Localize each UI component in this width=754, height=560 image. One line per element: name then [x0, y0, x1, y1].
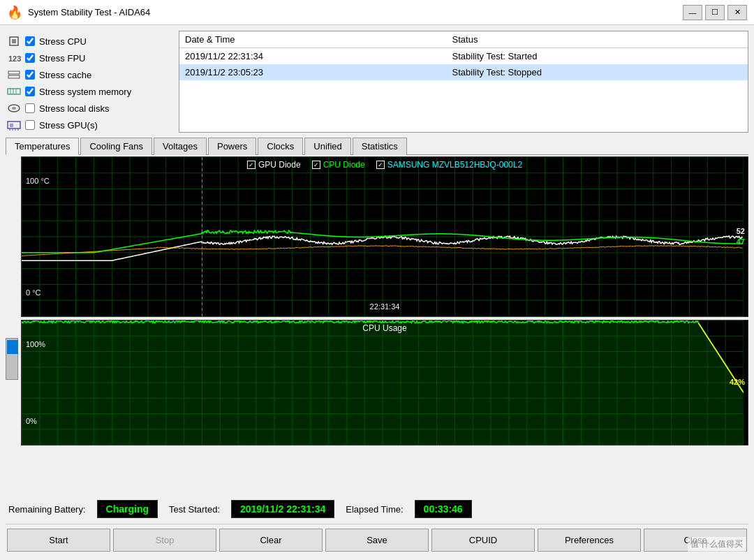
- log-table: Date & Time Status 2019/11/2 22:31:34Sta…: [179, 31, 748, 80]
- tab-voltages[interactable]: Voltages: [154, 138, 207, 155]
- cpuid-button[interactable]: CPUID: [431, 529, 535, 552]
- preferences-button[interactable]: Preferences: [538, 529, 641, 552]
- clear-button[interactable]: Clear: [219, 529, 323, 552]
- stress-memory-item: Stress system memory: [6, 84, 173, 99]
- status-bar: Remaining Battery: Charging Test Started…: [6, 494, 748, 524]
- temp-y-bottom: 0 °C: [26, 288, 41, 297]
- log-status: Stability Test: Started: [447, 48, 748, 65]
- tab-statistics[interactable]: Statistics: [353, 138, 407, 155]
- chart-scrollbar-thumb[interactable]: [7, 340, 18, 354]
- stress-cpu-checkbox[interactable]: [25, 36, 35, 46]
- temp-x-label: 22:31:34: [370, 302, 400, 311]
- log-datetime: 2019/11/2 22:31:34: [179, 48, 447, 65]
- chart-scrollbar[interactable]: [6, 338, 18, 380]
- battery-label: Remaining Battery:: [8, 504, 86, 515]
- log-table-container: Date & Time Status 2019/11/2 22:31:34Sta…: [179, 31, 748, 133]
- close-window-button[interactable]: ✕: [727, 5, 747, 20]
- tabs: TemperaturesCooling FansVoltagesPowersCl…: [6, 137, 748, 155]
- stress-disks-label: Stress local disks: [39, 103, 109, 114]
- watermark: 值 什么值得买: [688, 537, 746, 552]
- tab-cooling-fans[interactable]: Cooling Fans: [80, 138, 152, 155]
- title-bar: 🔥 System Stability Test - AIDA64 — ☐ ✕: [0, 0, 754, 25]
- gpu-icon: [7, 119, 21, 131]
- temp-chart-legend: ✓ GPU Diode ✓ CPU Diode ✓ SAMSUNG MZVLB5…: [247, 160, 522, 170]
- maximize-button[interactable]: ☐: [705, 5, 725, 20]
- log-status: Stability Test: Stopped: [447, 64, 748, 80]
- log-col-status: Status: [447, 31, 748, 48]
- temp-val-1: 52: [737, 227, 745, 236]
- temp-right-values: 52 47: [737, 227, 745, 246]
- stress-disks-checkbox[interactable]: [25, 103, 35, 113]
- cache-icon: [7, 69, 21, 80]
- legend-samsung-label: SAMSUNG MZVLB512HBJQ-000L2: [387, 160, 522, 170]
- stress-options-panel: Stress CPU 123 Stress FPU Stress cache: [6, 31, 173, 133]
- svg-rect-3: [8, 71, 20, 74]
- test-started-value: 2019/11/2 22:31:34: [231, 500, 334, 518]
- save-button[interactable]: Save: [325, 529, 429, 552]
- log-row: 2019/11/2 23:05:23Stability Test: Stoppe…: [179, 64, 748, 80]
- stress-memory-checkbox[interactable]: [25, 87, 35, 96]
- minimize-button[interactable]: —: [683, 5, 702, 20]
- legend-cpu-diode: ✓ CPU Diode: [312, 160, 365, 170]
- toolbar: Start Stop Clear Save CPUID Preferences …: [6, 524, 748, 554]
- elapsed-label: Elapsed Time:: [346, 504, 403, 515]
- memory-icon: [7, 86, 21, 97]
- stop-button[interactable]: Stop: [113, 529, 216, 552]
- battery-value: Charging: [97, 500, 158, 518]
- stress-fpu-item: 123 Stress FPU: [6, 50, 173, 66]
- tab-clocks[interactable]: Clocks: [258, 138, 303, 155]
- log-datetime: 2019/11/2 23:05:23: [179, 64, 447, 80]
- svg-rect-11: [8, 121, 20, 128]
- tab-temperatures[interactable]: Temperatures: [6, 138, 79, 155]
- stress-cache-item: Stress cache: [6, 67, 173, 82]
- svg-rect-1: [12, 39, 16, 43]
- stress-disks-item: Stress local disks: [6, 101, 173, 116]
- stress-cache-checkbox[interactable]: [25, 70, 35, 80]
- stress-cpu-label: Stress CPU: [39, 36, 87, 47]
- cpu-right-value: 42%: [730, 378, 745, 387]
- log-row: 2019/11/2 22:31:34Stability Test: Starte…: [179, 48, 748, 65]
- stress-cache-label: Stress cache: [39, 70, 91, 80]
- legend-gpu-diode-label: GPU Diode: [258, 160, 301, 170]
- svg-point-10: [12, 107, 16, 110]
- temp-y-top: 100 °C: [26, 177, 50, 185]
- cpu-chart: CPU Usage 100% 0% 42%: [21, 320, 748, 445]
- start-button[interactable]: Start: [7, 529, 110, 552]
- log-col-datetime: Date & Time: [179, 31, 447, 48]
- test-started-label: Test Started:: [169, 504, 220, 515]
- cpu-y-top: 100%: [26, 340, 45, 348]
- svg-text:123: 123: [8, 54, 21, 63]
- svg-rect-5: [8, 89, 20, 94]
- temperature-chart: ✓ GPU Diode ✓ CPU Diode ✓ SAMSUNG MZVLB5…: [21, 156, 748, 317]
- stress-memory-label: Stress system memory: [39, 87, 131, 97]
- cpu-icon: [7, 36, 21, 47]
- top-section: Stress CPU 123 Stress FPU Stress cache: [6, 31, 748, 133]
- stress-gpu-label: Stress GPU(s): [39, 120, 98, 131]
- tab-powers[interactable]: Powers: [208, 138, 256, 155]
- stress-fpu-checkbox[interactable]: [25, 53, 35, 63]
- legend-cpu-diode-label: CPU Diode: [323, 160, 365, 170]
- svg-rect-12: [10, 124, 13, 127]
- disk-icon: [7, 103, 21, 114]
- app-icon: 🔥: [7, 5, 22, 20]
- stress-fpu-label: Stress FPU: [39, 53, 85, 64]
- cpu-chart-title: CPU Usage: [362, 323, 406, 333]
- main-container: Stress CPU 123 Stress FPU Stress cache: [0, 25, 754, 560]
- temp-val-2: 47: [737, 237, 745, 246]
- svg-rect-4: [8, 75, 20, 78]
- title-bar-controls: — ☐ ✕: [683, 5, 747, 20]
- title-bar-left: 🔥 System Stability Test - AIDA64: [7, 5, 150, 20]
- stress-gpu-checkbox[interactable]: [25, 120, 35, 130]
- elapsed-value: 00:33:46: [415, 500, 472, 518]
- tabs-container: TemperaturesCooling FansVoltagesPowersCl…: [6, 137, 748, 155]
- stress-cpu-item: Stress CPU: [6, 34, 173, 49]
- stress-gpu-item: Stress GPU(s): [6, 117, 173, 133]
- tab-unified[interactable]: Unified: [304, 138, 350, 155]
- window-title: System Stability Test - AIDA64: [28, 7, 150, 17]
- legend-samsung: ✓ SAMSUNG MZVLB512HBJQ-000L2: [376, 160, 522, 170]
- cpu-y-bottom: 0%: [26, 417, 37, 425]
- legend-gpu-diode: ✓ GPU Diode: [247, 160, 301, 170]
- fpu-icon: 123: [7, 52, 21, 64]
